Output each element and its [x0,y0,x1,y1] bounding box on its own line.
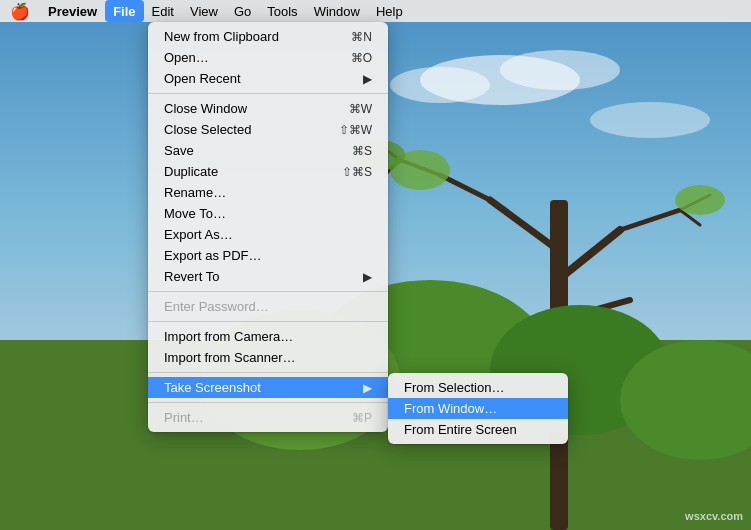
separator-2 [148,291,388,292]
submenu-from-selection[interactable]: From Selection… [388,377,568,398]
menu-save[interactable]: Save ⌘S [148,140,388,161]
menu-export-as[interactable]: Export As… [148,224,388,245]
edit-menu[interactable]: Edit [144,0,182,22]
apple-menu[interactable]: 🍎 [0,0,40,22]
menu-duplicate[interactable]: Duplicate ⇧⌘S [148,161,388,182]
menu-export-as-pdf[interactable]: Export as PDF… [148,245,388,266]
file-dropdown: New from Clipboard ⌘N Open… ⌘O Open Rece… [148,22,388,432]
separator-5 [148,402,388,403]
menu-take-screenshot[interactable]: Take Screenshot ▶ From Selection… From W… [148,377,388,398]
window-menu[interactable]: Window [306,0,368,22]
watermark: wsxcv.com [685,510,743,522]
menu-close-selected[interactable]: Close Selected ⇧⌘W [148,119,388,140]
submenu-from-entire-screen[interactable]: From Entire Screen [388,419,568,440]
menubar: 🍎 Preview File Edit View Go Tools Window… [0,0,751,22]
preview-menu[interactable]: Preview [40,0,105,22]
menu-open[interactable]: Open… ⌘O [148,47,388,68]
tools-menu[interactable]: Tools [259,0,305,22]
svg-point-4 [590,102,710,138]
menu-close-window[interactable]: Close Window ⌘W [148,98,388,119]
svg-point-23 [675,185,725,215]
menu-print[interactable]: Print… ⌘P [148,407,388,428]
svg-point-2 [500,50,620,90]
menu-rename[interactable]: Rename… [148,182,388,203]
submenu-from-window[interactable]: From Window… [388,398,568,419]
screenshot-submenu: From Selection… From Window… From Entire… [388,373,568,444]
menu-import-camera[interactable]: Import from Camera… [148,326,388,347]
menu-move-to[interactable]: Move To… [148,203,388,224]
file-menu[interactable]: File [105,0,143,22]
help-menu[interactable]: Help [368,0,411,22]
view-menu[interactable]: View [182,0,226,22]
separator-3 [148,321,388,322]
svg-point-3 [390,67,490,103]
menu-import-scanner[interactable]: Import from Scanner… [148,347,388,368]
go-menu[interactable]: Go [226,0,259,22]
separator-1 [148,93,388,94]
menu-open-recent[interactable]: Open Recent ▶ [148,68,388,89]
menu-enter-password[interactable]: Enter Password… [148,296,388,317]
separator-4 [148,372,388,373]
menu-new-from-clipboard[interactable]: New from Clipboard ⌘N [148,26,388,47]
menu-revert-to[interactable]: Revert To ▶ [148,266,388,287]
